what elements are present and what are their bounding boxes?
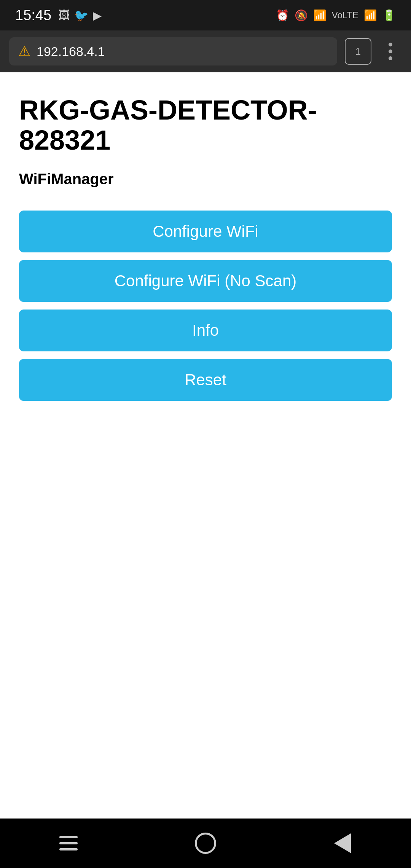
- battery-icon: 🔋: [382, 9, 396, 22]
- security-warning-icon: ⚠: [18, 43, 30, 59]
- wifi-signal-icon: 📶: [313, 9, 327, 22]
- url-text: 192.168.4.1: [37, 44, 105, 59]
- back-button[interactable]: [320, 828, 365, 858]
- configure-wifi-button[interactable]: Configure WiFi: [19, 211, 392, 252]
- status-left-icons: 🖼 🐦 ▶: [58, 9, 102, 22]
- status-bar-right: ⏰ 🔕 📶 VoLTE 📶 🔋: [276, 9, 396, 22]
- browser-menu-button[interactable]: [379, 38, 402, 65]
- gallery-icon: 🖼: [58, 9, 70, 22]
- browser-bar: ⚠ 192.168.4.1 1: [0, 30, 411, 72]
- status-time: 15:45: [15, 7, 51, 24]
- content-spacer: [19, 401, 392, 803]
- status-bar: 15:45 🖼 🐦 ▶ ⏰ 🔕 📶 VoLTE 📶 🔋: [0, 0, 411, 30]
- mute-icon: 🔕: [295, 9, 308, 22]
- nav-bar: [0, 819, 411, 868]
- home-icon: [195, 833, 216, 854]
- button-group: Configure WiFi Configure WiFi (No Scan) …: [19, 211, 392, 401]
- signal-bars-icon: 📶: [364, 9, 377, 22]
- volte-icon: VoLTE: [332, 10, 358, 21]
- recent-line-1: [59, 836, 78, 838]
- main-content: RKG-GAS-DETECTOR-828321 WiFiManager Conf…: [0, 72, 411, 819]
- recent-line-2: [59, 842, 78, 844]
- tab-switcher-button[interactable]: 1: [345, 38, 371, 65]
- menu-dot-2: [389, 49, 392, 53]
- page-title: RKG-GAS-DETECTOR-828321: [19, 95, 392, 155]
- reset-button[interactable]: Reset: [19, 359, 392, 401]
- home-button[interactable]: [183, 828, 228, 858]
- tab-count: 1: [355, 46, 361, 57]
- back-arrow-icon: [334, 833, 351, 853]
- address-bar[interactable]: ⚠ 192.168.4.1: [9, 37, 337, 65]
- twitter-icon: 🐦: [74, 9, 88, 22]
- alarm-icon: ⏰: [276, 9, 289, 22]
- youtube-icon: ▶: [93, 9, 102, 22]
- recent-apps-icon: [59, 836, 78, 850]
- status-bar-left: 15:45 🖼 🐦 ▶: [15, 7, 102, 24]
- page-subtitle: WiFiManager: [19, 171, 392, 188]
- recent-apps-button[interactable]: [46, 828, 91, 858]
- info-button[interactable]: Info: [19, 310, 392, 351]
- recent-line-3: [59, 848, 78, 850]
- menu-dot-1: [389, 43, 392, 46]
- menu-dot-3: [389, 56, 392, 60]
- configure-wifi-no-scan-button[interactable]: Configure WiFi (No Scan): [19, 260, 392, 302]
